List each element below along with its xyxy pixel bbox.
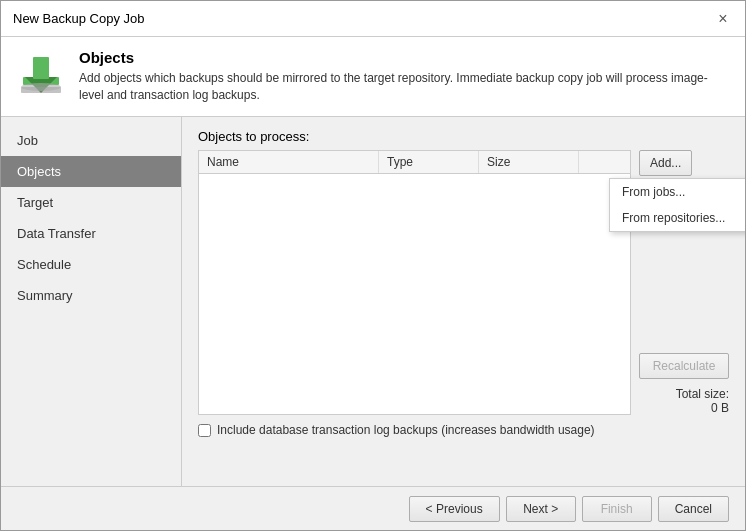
previous-button[interactable]: < Previous: [409, 496, 500, 522]
add-button[interactable]: Add...: [639, 150, 692, 176]
add-dropdown-menu: From jobs... From repositories...: [609, 178, 745, 232]
total-size-display: Total size: 0 B: [639, 387, 729, 415]
finish-button[interactable]: Finish: [582, 496, 652, 522]
svg-point-4: [21, 83, 61, 91]
side-buttons: Add... From jobs... From repositories...…: [639, 150, 729, 415]
svg-rect-2: [33, 57, 49, 79]
sidebar-item-summary[interactable]: Summary: [1, 280, 181, 311]
dialog-title: New Backup Copy Job: [13, 11, 145, 26]
total-size-value: 0 B: [639, 401, 729, 415]
checkbox-area: Include database transaction log backups…: [198, 423, 729, 437]
objects-area: Name Type Size Add... From jobs... From …: [198, 150, 729, 415]
table-header: Name Type Size: [199, 151, 630, 174]
sidebar-item-target[interactable]: Target: [1, 187, 181, 218]
footer: < Previous Next > Finish Cancel: [1, 486, 745, 530]
header-text: Objects Add objects which backups should…: [79, 49, 729, 104]
col-name: Name: [199, 151, 379, 173]
objects-icon: [17, 49, 65, 97]
content-area: Job Objects Target Data Transfer Schedul…: [1, 117, 745, 486]
objects-table: Name Type Size: [198, 150, 631, 415]
next-button[interactable]: Next >: [506, 496, 576, 522]
from-jobs-item[interactable]: From jobs...: [610, 179, 745, 205]
include-logs-label: Include database transaction log backups…: [217, 423, 595, 437]
from-repositories-item[interactable]: From repositories...: [610, 205, 745, 231]
dialog: New Backup Copy Job × Objects Add object…: [0, 0, 746, 531]
total-size-label: Total size:: [639, 387, 729, 401]
header-section: Objects Add objects which backups should…: [1, 37, 745, 117]
col-size: Size: [479, 151, 579, 173]
sidebar-item-schedule[interactable]: Schedule: [1, 249, 181, 280]
cancel-button[interactable]: Cancel: [658, 496, 729, 522]
main-content: Objects to process: Name Type Size Add..…: [182, 117, 745, 486]
title-bar: New Backup Copy Job ×: [1, 1, 745, 37]
objects-label: Objects to process:: [198, 129, 729, 144]
col-type: Type: [379, 151, 479, 173]
sidebar: Job Objects Target Data Transfer Schedul…: [1, 117, 182, 486]
sidebar-item-data-transfer[interactable]: Data Transfer: [1, 218, 181, 249]
recalculate-button[interactable]: Recalculate: [639, 353, 729, 379]
close-button[interactable]: ×: [713, 9, 733, 29]
header-description: Add objects which backups should be mirr…: [79, 70, 729, 104]
sidebar-item-job[interactable]: Job: [1, 125, 181, 156]
header-title: Objects: [79, 49, 729, 66]
include-logs-checkbox[interactable]: [198, 424, 211, 437]
add-btn-container: Add... From jobs... From repositories...: [639, 150, 729, 176]
sidebar-item-objects[interactable]: Objects: [1, 156, 181, 187]
